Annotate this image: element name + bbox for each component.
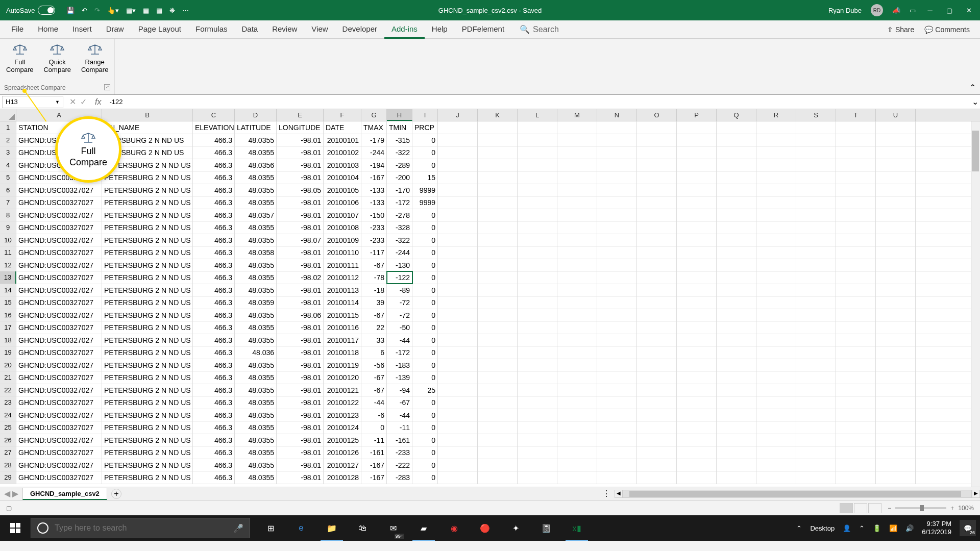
cell[interactable]: 48.0355 [235,184,277,196]
cell[interactable]: 0 [412,321,438,334]
cell[interactable] [637,209,677,221]
cell[interactable] [756,271,796,284]
cell[interactable]: -98.01 [277,396,324,409]
cell[interactable]: -98.01 [277,221,324,234]
cell[interactable] [836,134,876,146]
row-header-10[interactable]: 10 [0,234,16,246]
cell[interactable]: 22 [361,321,387,334]
cell[interactable] [637,134,677,146]
cell[interactable]: -233 [387,446,412,459]
cell[interactable]: 48.0355 [235,359,277,371]
cell[interactable]: -98.01 [277,259,324,271]
cell[interactable]: -98.02 [277,271,324,284]
cell[interactable]: -50 [387,321,412,334]
cell[interactable] [836,159,876,171]
cell[interactable]: 48.0355 [235,371,277,384]
cell[interactable]: PETERSBURG 2 N ND US [102,321,193,334]
search-input[interactable] [55,523,227,533]
cell[interactable]: 0 [412,471,438,484]
prev-sheet-icon[interactable]: ◀ [4,489,10,498]
cell[interactable] [478,459,518,471]
cell[interactable] [717,421,756,434]
cell[interactable]: 20100101 [324,134,361,146]
cell[interactable] [876,471,916,484]
cell[interactable]: -244 [387,246,412,259]
row-header-29[interactable]: 29 [0,471,16,484]
cell[interactable]: 0 [412,234,438,246]
cell[interactable]: PETERSBURG 2 N ND US [102,184,193,196]
cell[interactable]: 9999 [412,196,438,209]
cell[interactable]: -179 [361,134,387,146]
cell[interactable] [677,346,717,359]
cell[interactable] [597,321,637,334]
cell[interactable] [876,246,916,259]
cell[interactable]: PETERSBURG 2 N ND US [102,371,193,384]
cell[interactable] [637,384,677,396]
cell[interactable] [876,196,916,209]
cell[interactable] [876,421,916,434]
cell[interactable] [876,271,916,284]
cell[interactable]: PETERSBURG 2 N ND US [102,384,193,396]
cell[interactable]: -67 [361,309,387,321]
cell[interactable]: 466.3 [193,421,235,434]
tab-add-ins[interactable]: Add-ins [384,20,425,39]
cell[interactable]: 466.3 [193,246,235,259]
cell[interactable] [876,134,916,146]
cell[interactable] [876,284,916,296]
cell[interactable]: 6 [361,346,387,359]
cell[interactable] [836,421,876,434]
cell[interactable]: 0 [412,421,438,434]
cell[interactable] [478,421,518,434]
cell[interactable] [637,246,677,259]
fx-icon[interactable]: fx [91,97,105,107]
cell[interactable]: 48.0355 [235,171,277,184]
cell[interactable] [756,234,796,246]
cell[interactable] [438,396,478,409]
cell[interactable]: GHCND:USC00327027 [16,209,102,221]
cell[interactable]: -222 [387,459,412,471]
cell[interactable]: 466.3 [193,384,235,396]
cell[interactable] [637,446,677,459]
cell[interactable] [597,446,637,459]
cell[interactable] [876,346,916,359]
cell[interactable]: 20100104 [324,171,361,184]
cell[interactable]: 466.3 [193,471,235,484]
cell[interactable] [836,121,876,134]
cell[interactable] [677,359,717,371]
cell[interactable]: 466.3 [193,209,235,221]
cell[interactable]: 0 [412,359,438,371]
cell[interactable]: DATE [324,121,361,134]
cell[interactable] [557,371,597,384]
cell[interactable]: -98.01 [277,134,324,146]
cell[interactable]: -117 [361,246,387,259]
column-header-G[interactable]: G [361,109,387,121]
cell[interactable]: 48.0355 [235,271,277,284]
cell[interactable]: 25 [412,384,438,396]
cell[interactable]: 48.0355 [235,321,277,334]
cell[interactable] [756,446,796,459]
cell[interactable]: 20100122 [324,396,361,409]
cell[interactable] [637,334,677,346]
cell[interactable] [717,346,756,359]
cell[interactable]: -11 [387,421,412,434]
table-icon[interactable]: ▦ [156,7,162,14]
cell[interactable]: -44 [387,334,412,346]
cell[interactable]: GHCND:USC00327027 [16,246,102,259]
cell[interactable] [717,434,756,446]
cell[interactable] [597,434,637,446]
row-header-21[interactable]: 21 [0,371,16,384]
cell[interactable]: 466.3 [193,271,235,284]
cell[interactable] [677,334,717,346]
cell[interactable] [836,384,876,396]
cell[interactable]: GHCND:USC00327027 [16,334,102,346]
cell[interactable] [876,384,916,396]
share-button[interactable]: ⇧Share [887,26,914,34]
app-icon[interactable]: ▰ [409,515,438,541]
cell[interactable] [876,359,916,371]
cell[interactable]: GHCND:USC00327027 [16,221,102,234]
column-header-J[interactable]: J [438,109,478,121]
cell[interactable] [637,396,677,409]
cell[interactable] [518,259,557,271]
cell[interactable] [717,159,756,171]
cell[interactable] [597,171,637,184]
